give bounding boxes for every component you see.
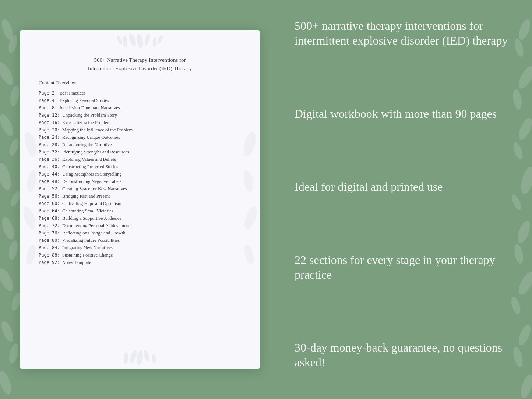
doc-top-decoration	[20, 30, 260, 52]
toc-item: Page 24: Recognizing Unique Outcomes	[39, 134, 241, 141]
svg-point-32	[128, 33, 137, 47]
svg-point-39	[21, 205, 38, 230]
toc-item: Page 56: Bridging Past and Present	[39, 193, 241, 200]
toc-item: Page 12: Unpacking the Problem Story	[39, 112, 241, 119]
toc-item: Page 48: Deconstructing Negative Labels	[39, 178, 241, 185]
toc-item: Page 72: Documenting Personal Achievemen…	[39, 222, 241, 229]
right-panel: 500+ narrative therapy interventions for…	[280, 0, 532, 399]
svg-point-48	[152, 354, 156, 364]
svg-point-47	[128, 350, 138, 364]
svg-point-43	[242, 205, 258, 230]
svg-point-46	[143, 350, 150, 362]
feature-text-3: 22 sections for every stage in your ther…	[295, 253, 510, 282]
svg-point-49	[123, 352, 129, 364]
toc-item: Page 8: Identifying Dominant Narratives	[39, 104, 241, 112]
toc-item: Page 60: Cultivating Hope and Optimism	[39, 200, 241, 207]
toc-item: Page 52: Creating Space for New Narrativ…	[39, 185, 241, 193]
doc-right-decoration	[239, 52, 260, 347]
document-title: 500+ Narrative Therapy Interventions for…	[39, 56, 241, 73]
svg-point-38	[25, 169, 38, 193]
feature-text-0: 500+ narrative therapy interventions for…	[295, 18, 510, 48]
svg-point-33	[152, 37, 157, 48]
toc-item: Page 92: Notes Template	[39, 259, 241, 266]
toc-item: Page 64: Celebrating Small Victories	[39, 207, 241, 215]
toc-item: Page 76: Reflecting on Change and Growth	[39, 229, 241, 237]
toc-item: Page 16: Externalizing the Problem	[39, 119, 241, 126]
toc-item: Page 84: Integrating New Narratives	[39, 244, 241, 251]
doc-bottom-decoration	[20, 347, 260, 369]
feature-text-2: Ideal for digital and printed use	[295, 179, 510, 194]
toc-item: Page 2: Best Practices	[39, 89, 241, 97]
left-panel: 500+ Narrative Therapy Interventions for…	[0, 0, 280, 399]
feature-text-4: 30-day money-back guarantee, no question…	[295, 340, 510, 370]
svg-point-34	[123, 36, 128, 48]
toc-item: Page 28: Re-authoring the Narrative	[39, 141, 241, 148]
toc-item: Page 36: Exploring Values and Beliefs	[39, 156, 241, 163]
toc-item: Page 68: Building a Supportive Audience	[39, 215, 241, 222]
toc-item: Page 80: Visualizing Future Possibilitie…	[39, 237, 241, 244]
toc-item: Page 20: Mapping the Influence of the Pr…	[39, 126, 241, 134]
svg-point-41	[241, 131, 258, 158]
svg-point-36	[116, 35, 123, 45]
table-of-contents: Page 2: Best PracticesPage 4: Exploring …	[39, 89, 241, 266]
toc-item: Page 44: Using Metaphors in Storytelling	[39, 170, 241, 178]
doc-left-decoration	[20, 52, 40, 347]
svg-point-42	[242, 169, 254, 193]
toc-item: Page 32: Identifying Strengths and Resou…	[39, 148, 241, 156]
svg-point-35	[156, 34, 164, 45]
toc-item: Page 4: Exploring Personal Stories	[39, 97, 241, 104]
svg-point-31	[144, 33, 151, 46]
document-card: 500+ Narrative Therapy Interventions for…	[20, 30, 260, 369]
svg-point-37	[22, 131, 39, 158]
toc-item: Page 88: Sustaining Positive Change	[39, 251, 241, 259]
feature-text-1: Digital workbook with more than 90 pages	[295, 106, 510, 121]
svg-point-45	[136, 350, 144, 366]
svg-point-40	[24, 244, 38, 266]
svg-point-44	[243, 244, 256, 266]
svg-point-30	[136, 33, 144, 49]
content-overview-label: Content Overview:	[39, 80, 241, 86]
toc-item: Page 40: Constructing Preferred Stories	[39, 163, 241, 170]
